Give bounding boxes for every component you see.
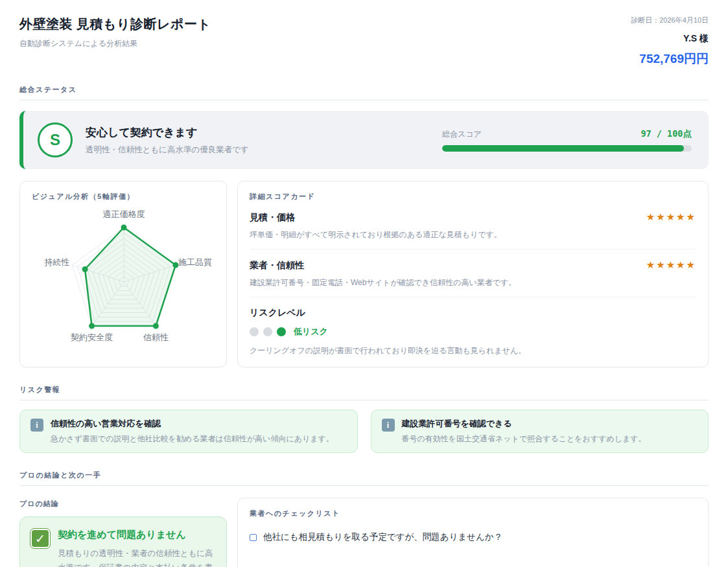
svg-text:契約安全度: 契約安全度	[71, 332, 113, 342]
score-item-price: 見積・価格 ★★★★★ 坪単価・明細がすべて明示されており根拠のある適正な見積も…	[250, 202, 696, 249]
alert-description: 急かさず書面での説明と他社比較を勧める業者は信頼性が高い傾向にあります。	[51, 434, 334, 445]
conclusion-left-column: プロの結論 ✓ 契約を進めて問題ありません 見積もりの透明性・業者の信頼性ともに…	[19, 498, 227, 567]
risk-alert-card: i 信頼性の高い営業対応を確認 急かさず書面での説明と他社比較を勧める業者は信頼…	[19, 410, 358, 453]
risk-alert-card: i 建設業許可番号を確認できる 番号の有効性を国土交通省ネットで照合することをお…	[371, 410, 709, 453]
report-page: 外壁塗装 見積もり診断レポート 自動診断システムによる分析結果 診断日：2026…	[0, 0, 728, 567]
risk-dot-indicator: 低リスク	[250, 326, 696, 338]
grade-letter: S	[50, 131, 60, 149]
checklist-card: 業者へのチェックリスト 他社にも相見積もりを取る予定ですが、問題ありませんか？	[237, 498, 709, 567]
section-risk-alerts: リスク警報	[19, 385, 709, 400]
score-progress-fill	[442, 145, 684, 152]
page-subtitle: 自動診断システムによる分析結果	[19, 38, 211, 49]
risk-level-description: クーリングオフの説明が書面で行われており即決を迫る言動も見られません。	[250, 345, 696, 356]
svg-text:適正価格度: 適正価格度	[103, 209, 145, 219]
report-header: 外壁塗装 見積もり診断レポート 自動診断システムによる分析結果 診断日：2026…	[19, 16, 709, 67]
section-overall-status: 総合ステータス	[19, 85, 709, 100]
estimate-amount: 752,769円円	[631, 51, 709, 67]
grade-badge: S	[38, 122, 73, 157]
score-item-head: 業者・信頼性 ★★★★★	[250, 259, 696, 272]
status-title: 安心して契約できます	[86, 125, 249, 140]
customer-name: Y.S 様	[631, 33, 709, 45]
score-item-title: 見積・価格	[250, 212, 295, 224]
section-conclusion: プロの結論と次の一手	[19, 470, 709, 486]
pro-conclusion-label: プロの結論	[19, 499, 227, 509]
pro-conclusion-card: ✓ 契約を進めて問題ありません 見積もりの透明性・業者の信頼性ともに高水準です。…	[19, 516, 227, 567]
conclusion-columns: プロの結論 ✓ 契約を進めて問題ありません 見積もりの透明性・業者の信頼性ともに…	[19, 498, 709, 567]
risk-dot	[250, 327, 259, 336]
risk-level-block: リスクレベル 低リスク クーリングオフの説明が書面で行われており即決を迫る言動も…	[250, 297, 696, 356]
visual-analysis-title: ビジュアル分析（5軸評価）	[32, 192, 215, 202]
risk-dot	[263, 327, 272, 336]
risk-level-title: リスクレベル	[250, 307, 696, 319]
star-rating: ★★★★★	[646, 259, 696, 271]
alert-title: 建設業許可番号を確認できる	[402, 418, 646, 430]
conclusion-description: 見積もりの透明性・業者の信頼性ともに高水準です。保証書の内容と支払い条件を書面で…	[58, 547, 216, 567]
svg-text:施工品質: 施工品質	[178, 257, 212, 267]
header-left: 外壁塗装 見積もり診断レポート 自動診断システムによる分析結果	[19, 16, 211, 49]
score-value: 97 / 100点	[640, 128, 692, 140]
detail-score-card: 詳細スコアカード 見積・価格 ★★★★★ 坪単価・明細がすべて明示されており根拠…	[237, 181, 709, 367]
info-icon: i	[382, 419, 395, 432]
score-progress-track	[442, 145, 692, 152]
visual-analysis-card: ビジュアル分析（5軸評価） 適正価格度施工品質信頼性契約安全度持続性	[19, 181, 227, 367]
checklist-item-label: 他社にも相見積もりを取る予定ですが、問題ありませんか？	[263, 531, 502, 543]
risk-level-label: 低リスク	[294, 326, 328, 338]
conclusion-title: 契約を進めて問題ありません	[58, 529, 216, 541]
detail-score-title: 詳細スコアカード	[250, 192, 696, 202]
overall-status-card: S 安心して契約できます 透明性・信頼性ともに高水準の優良業者です 総合スコア …	[19, 111, 709, 169]
diagnosis-date: 診断日：2026年4月10日	[631, 16, 709, 25]
alert-title: 信頼性の高い営業対応を確認	[51, 418, 334, 430]
checklist-item[interactable]: 他社にも相見積もりを取る予定ですが、問題ありませんか？	[250, 531, 696, 543]
risk-dot-active	[277, 327, 286, 336]
alert-description: 番号の有効性を国土交通省ネットで照合することをおすすめします。	[402, 434, 646, 445]
status-text: 安心して契約できます 透明性・信頼性ともに高水準の優良業者です	[86, 125, 249, 156]
score-item-description: 坪単価・明細がすべて明示されており根拠のある適正な見積もりです。	[250, 229, 696, 240]
score-item-title: 業者・信頼性	[250, 260, 304, 272]
conclusion-text: 契約を進めて問題ありません 見積もりの透明性・業者の信頼性ともに高水準です。保証…	[58, 529, 216, 567]
radar-chart: 適正価格度施工品質信頼性契約安全度持続性	[32, 207, 216, 352]
info-icon: i	[30, 419, 43, 432]
svg-text:持続性: 持続性	[44, 257, 69, 267]
page-title: 外壁塗装 見積もり診断レポート	[19, 16, 211, 33]
risk-alert-row: i 信頼性の高い営業対応を確認 急かさず書面での説明と他社比較を勧める業者は信頼…	[19, 410, 709, 453]
score-item-head: 見積・価格 ★★★★★	[250, 211, 696, 224]
analysis-columns: ビジュアル分析（5軸評価） 適正価格度施工品質信頼性契約安全度持続性 詳細スコア…	[19, 181, 709, 367]
alert-text: 建設業許可番号を確認できる 番号の有効性を国土交通省ネットで照合することをおすす…	[402, 418, 646, 445]
header-right: 診断日：2026年4月10日 Y.S 様 752,769円円	[631, 16, 709, 67]
check-icon: ✓	[30, 529, 50, 548]
score-item-description: 建設業許可番号・固定電話・Webサイトが確認でき信頼性の高い業者です。	[250, 277, 696, 288]
checklist-title: 業者へのチェックリスト	[250, 509, 696, 518]
alert-text: 信頼性の高い営業対応を確認 急かさず書面での説明と他社比較を勧める業者は信頼性が…	[51, 418, 334, 445]
score-block: 総合スコア 97 / 100点	[442, 128, 692, 152]
score-row: 総合スコア 97 / 100点	[442, 128, 692, 140]
svg-text:信頼性: 信頼性	[143, 332, 169, 342]
score-label: 総合スコア	[442, 129, 482, 140]
star-rating: ★★★★★	[646, 211, 696, 223]
score-item-vendor: 業者・信頼性 ★★★★★ 建設業許可番号・固定電話・Webサイトが確認でき信頼性…	[250, 249, 696, 297]
status-subtitle: 透明性・信頼性ともに高水準の優良業者です	[86, 145, 249, 156]
checkbox-unchecked[interactable]	[250, 534, 257, 541]
